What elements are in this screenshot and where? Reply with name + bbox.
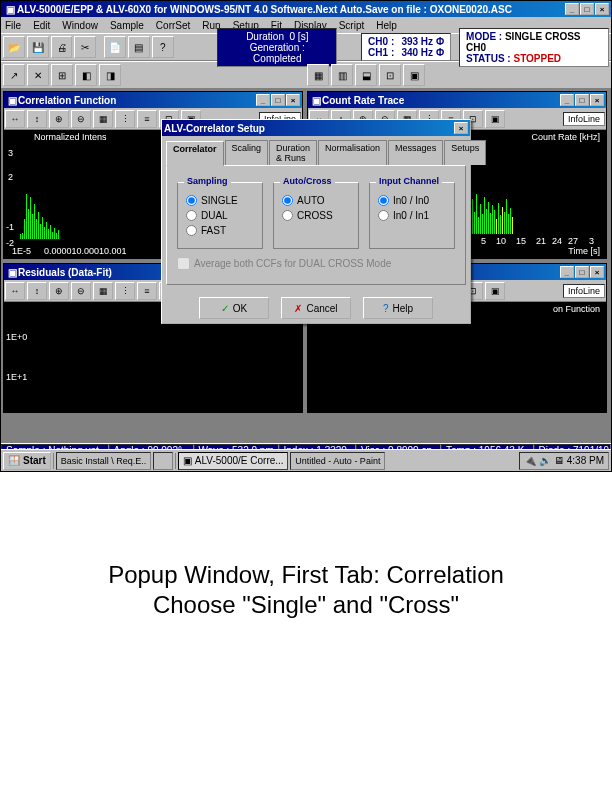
cross-radio[interactable] (282, 210, 293, 221)
menu-help[interactable]: Help (376, 20, 397, 31)
tab-correlator[interactable]: Correlator (166, 141, 224, 166)
main-titlebar: ▣ ALV-5000/E/EPP & ALV-60X0 for WINDOWS-… (1, 1, 611, 17)
center-btn3[interactable]: ⬓ (355, 64, 377, 86)
correlator-setup-dialog: ALV-Correlator Setup × Correlator Scalin… (161, 119, 471, 324)
center-btn4[interactable]: ⊡ (379, 64, 401, 86)
correlation-titlebar: ▣ Correlation Function _ □ × (4, 92, 302, 108)
sampling-single-row[interactable]: SINGLE (186, 195, 254, 206)
toolbar-help-icon[interactable]: ? (152, 36, 174, 58)
popup-close-button[interactable]: × (454, 122, 468, 134)
menu-file[interactable]: File (5, 20, 21, 31)
corr-close-button[interactable]: × (286, 94, 300, 106)
auto-radio[interactable] (282, 195, 293, 206)
sampling-dual-radio[interactable] (186, 210, 197, 221)
maximize-button[interactable]: □ (580, 3, 594, 15)
res-tb6[interactable]: ⋮ (115, 282, 135, 300)
average-checkbox[interactable] (177, 257, 190, 270)
tray-icon-2[interactable]: 🔊 (539, 455, 551, 466)
countrate-title: Count Rate Trace (322, 95, 560, 106)
tab-messages[interactable]: Messages (388, 140, 443, 165)
task-4[interactable]: Untitled - Auto - Paint (290, 452, 385, 470)
res-tb5[interactable]: ▦ (93, 282, 113, 300)
toolbar-save-icon[interactable]: 💾 (27, 36, 49, 58)
menu-script[interactable]: Script (339, 20, 365, 31)
toolbar-cut-icon[interactable]: ✂ (74, 36, 96, 58)
tray-icon-3[interactable]: 🖥 (554, 455, 564, 466)
corr-tb7[interactable]: ≡ (137, 110, 157, 128)
corr-min-button[interactable]: _ (256, 94, 270, 106)
sec-btn1[interactable]: ↗ (3, 64, 25, 86)
ex-max-button[interactable]: □ (575, 266, 589, 278)
input1-radio[interactable] (378, 210, 389, 221)
tray-icon-1[interactable]: 🔌 (524, 455, 536, 466)
sampling-dual-row[interactable]: DUAL (186, 210, 254, 221)
average-checkbox-row[interactable]: Average both CCFs for DUAL CROSS Mode (177, 257, 455, 270)
menu-edit[interactable]: Edit (33, 20, 50, 31)
task-3[interactable]: ▣ ALV-5000/E Corre... (178, 452, 288, 470)
center-btn5[interactable]: ▣ (403, 64, 425, 86)
res-tb7[interactable]: ≡ (137, 282, 157, 300)
menu-corrset[interactable]: CorrSet (156, 20, 190, 31)
tab-scaling[interactable]: Scaling (225, 140, 269, 165)
input0-row[interactable]: In0 / In0 (378, 195, 446, 206)
start-button[interactable]: 🪟 Start (3, 452, 51, 470)
toolbar-print-icon[interactable]: 🖨 (51, 36, 73, 58)
task-2[interactable] (153, 452, 173, 470)
ex-tb9[interactable]: ▣ (485, 282, 505, 300)
corr-tb1[interactable]: ↔ (5, 110, 25, 128)
mode-label: MODE : (466, 31, 502, 42)
cr-close-button[interactable]: × (590, 94, 604, 106)
ex-infoline: InfoLine (563, 284, 605, 298)
sec-btn5[interactable]: ◨ (99, 64, 121, 86)
res-tb2[interactable]: ↕ (27, 282, 47, 300)
sec-btn3[interactable]: ⊞ (51, 64, 73, 86)
sampling-single-radio[interactable] (186, 195, 197, 206)
popup-titlebar: ALV-Correlator Setup × (162, 120, 470, 136)
res-tb1[interactable]: ↔ (5, 282, 25, 300)
minimize-button[interactable]: _ (565, 3, 579, 15)
close-button[interactable]: × (595, 3, 609, 15)
cr-tb9[interactable]: ▣ (485, 110, 505, 128)
cr-max-button[interactable]: □ (575, 94, 589, 106)
sec-btn2[interactable]: ✕ (27, 64, 49, 86)
res-tb3[interactable]: ⊕ (49, 282, 69, 300)
input1-row[interactable]: In0 / In1 (378, 210, 446, 221)
center-btn2[interactable]: ▥ (331, 64, 353, 86)
center-btn1[interactable]: ▦ (307, 64, 329, 86)
corr-tb6[interactable]: ⋮ (115, 110, 135, 128)
cr-min-button[interactable]: _ (560, 94, 574, 106)
ex-close-button[interactable]: × (590, 266, 604, 278)
tab-duration[interactable]: Duration & Runs (269, 140, 317, 165)
help-button[interactable]: ?Help (363, 297, 433, 319)
cancel-button[interactable]: ✗Cancel (281, 297, 351, 319)
app-title: ALV-5000/E/EPP & ALV-60X0 for WINDOWS-95… (17, 4, 565, 15)
duration-label: Duration (246, 31, 284, 42)
toolbar-btn6[interactable]: ▤ (128, 36, 150, 58)
sec-btn4[interactable]: ◧ (75, 64, 97, 86)
auto-row[interactable]: AUTO (282, 195, 350, 206)
duration-value: 0 [s] (290, 31, 309, 42)
corr-tb3[interactable]: ⊕ (49, 110, 69, 128)
corr-tb2[interactable]: ↕ (27, 110, 47, 128)
sampling-fast-radio[interactable] (186, 225, 197, 236)
tab-setups[interactable]: Setups (444, 140, 486, 165)
menu-sample[interactable]: Sample (110, 20, 144, 31)
task-1[interactable]: Basic Install \ Req.E.. (56, 452, 152, 470)
cr-title: Count Rate [kHz] (531, 132, 600, 142)
cross-row[interactable]: CROSS (282, 210, 350, 221)
main-window: ▣ ALV-5000/E/EPP & ALV-60X0 for WINDOWS-… (0, 0, 612, 472)
sampling-fast-row[interactable]: FAST (186, 225, 254, 236)
ex-min-button[interactable]: _ (560, 266, 574, 278)
corr-tb4[interactable]: ⊖ (71, 110, 91, 128)
corr-ym1: -1 (6, 222, 14, 232)
tab-normalisation[interactable]: Normalisation (318, 140, 387, 165)
toolbar-new-icon[interactable]: 📄 (104, 36, 126, 58)
res-tb4[interactable]: ⊖ (71, 282, 91, 300)
menu-window[interactable]: Window (62, 20, 98, 31)
corr-tb5[interactable]: ▦ (93, 110, 113, 128)
ok-button[interactable]: ✓OK (199, 297, 269, 319)
window-buttons: _ □ × (565, 3, 609, 15)
toolbar-open-icon[interactable]: 📂 (3, 36, 25, 58)
input0-radio[interactable] (378, 195, 389, 206)
corr-max-button[interactable]: □ (271, 94, 285, 106)
